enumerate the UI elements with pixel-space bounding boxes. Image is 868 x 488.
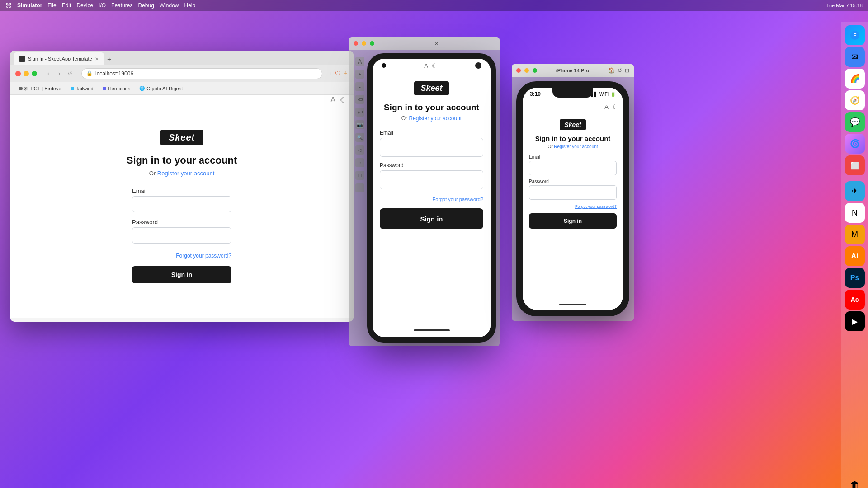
iphone-home-bar: [523, 299, 623, 310]
android-top-icons: A ☾: [424, 62, 437, 69]
dock-notion[interactable]: N: [845, 203, 865, 223]
dark-mode-icon[interactable]: ☾: [340, 96, 346, 104]
sim-tag-2[interactable]: 🏷: [355, 108, 364, 117]
download-icon[interactable]: ↓: [330, 70, 332, 77]
dock-photos[interactable]: 🌈: [845, 69, 865, 89]
menubar-window[interactable]: Window: [160, 2, 179, 9]
iphone-sub-prefix: Or: [547, 144, 552, 149]
shield-icon[interactable]: 🛡: [335, 70, 340, 77]
back-button[interactable]: ‹: [44, 70, 52, 78]
dock-cursor[interactable]: ▶: [845, 311, 865, 331]
android-device: A ☾ Skeet Sign in to your account Or Reg…: [367, 53, 496, 343]
iphone-sim-max[interactable]: [533, 68, 537, 73]
menubar-io[interactable]: I/O: [99, 2, 106, 9]
dock-trash[interactable]: 🗑: [845, 475, 865, 488]
menubar-debug[interactable]: Debug: [138, 2, 154, 9]
sim-camera-icon[interactable]: 📷: [355, 120, 364, 129]
sim-close[interactable]: [354, 41, 358, 46]
sim-min[interactable]: [362, 41, 366, 46]
sim-control-1[interactable]: A: [355, 57, 364, 66]
android-signin-sub: Or Register your account: [401, 115, 462, 122]
iphone-signin-button[interactable]: Sign in: [529, 213, 617, 229]
iphone-register-link[interactable]: Register your account: [554, 144, 598, 149]
warning-icon[interactable]: ⚠: [343, 70, 348, 77]
android-register-link[interactable]: Register your account: [409, 115, 462, 122]
sim-back-icon[interactable]: ◁: [355, 145, 364, 155]
iphone-more-btn[interactable]: ⊡: [625, 67, 629, 74]
browser-tab-active[interactable]: Sign In - Skeet App Template ✕: [14, 52, 104, 65]
bookmark-crypto[interactable]: 🌐 Crypto AI-Digest: [136, 85, 186, 92]
iphone-home-btn[interactable]: 🏠: [608, 67, 615, 74]
dock-finder[interactable]: F: [845, 25, 865, 45]
dock-acrobat[interactable]: Ac: [845, 290, 865, 310]
dock-arc[interactable]: 🌀: [845, 134, 865, 154]
iphone-password-input[interactable]: [529, 185, 617, 200]
svg-text:F: F: [853, 33, 856, 39]
menubar-edit[interactable]: Edit: [62, 2, 71, 9]
new-tab-button[interactable]: +: [104, 54, 115, 65]
menubar-file[interactable]: File: [47, 2, 56, 9]
signin-button[interactable]: Sign in: [132, 266, 231, 283]
dock-app1[interactable]: ⬜: [845, 155, 865, 175]
sim-zoom-icon[interactable]: 🔍: [355, 133, 364, 142]
forgot-password-link[interactable]: Forgot your password?: [132, 253, 231, 259]
menubar-features[interactable]: Features: [111, 2, 132, 9]
maximize-button[interactable]: [32, 71, 37, 76]
dock-notion2[interactable]: M: [845, 225, 865, 244]
password-input[interactable]: [132, 227, 231, 244]
password-label: Password: [132, 219, 231, 225]
sim-max[interactable]: [370, 41, 374, 46]
android-skeet-logo: Skeet: [414, 81, 448, 95]
android-darkmode-icon[interactable]: ☾: [432, 62, 437, 69]
sim-more-icon[interactable]: ⋯: [355, 183, 364, 192]
refresh-button[interactable]: ↺: [66, 70, 74, 78]
menubar-simulator[interactable]: Simulator: [17, 2, 42, 9]
iphone-sim-close[interactable]: [516, 68, 521, 73]
android-signin-button[interactable]: Sign in: [380, 208, 483, 229]
bookmark-tailwind[interactable]: Tailwind: [67, 85, 97, 92]
android-forgot-link[interactable]: Forgot your password?: [380, 197, 483, 202]
translate-icon[interactable]: A: [330, 96, 335, 104]
url-text: localhost:19006: [95, 70, 133, 77]
android-email-input[interactable]: [380, 138, 483, 157]
dock-illustrator[interactable]: Ai: [845, 246, 865, 266]
android-sim-body: A + - 🏷 🏷 📷 🔍 ◁ ○ □ ⋯ A: [349, 50, 500, 346]
android-signin-title: Sign in to your account: [384, 103, 479, 113]
iphone-rotate-btn[interactable]: ↺: [618, 67, 622, 74]
sim-tag-icon[interactable]: 🏷: [355, 95, 364, 104]
sim-square-icon[interactable]: □: [355, 171, 364, 180]
register-link[interactable]: Register your account: [157, 170, 214, 177]
dock-divider-2: [847, 334, 863, 334]
bookmark-heroicons[interactable]: Heroicons: [99, 85, 134, 92]
forward-button[interactable]: ›: [55, 70, 63, 78]
dock-safari[interactable]: 🧭: [845, 90, 865, 110]
dock-telegram[interactable]: ✈: [845, 181, 865, 201]
sim-volume-down[interactable]: -: [355, 82, 364, 91]
dock-photoshop[interactable]: Ps: [845, 268, 865, 288]
minimize-button[interactable]: [24, 71, 29, 76]
close-button[interactable]: [15, 71, 21, 76]
dock-messages[interactable]: 💬: [845, 112, 865, 132]
bookmark-epct[interactable]: $EPCT | Birdeye: [15, 85, 65, 92]
menubar-device[interactable]: Device: [76, 2, 93, 9]
iphone-email-input[interactable]: [529, 161, 617, 175]
menubar-help[interactable]: Help: [184, 2, 196, 9]
email-input[interactable]: [132, 196, 231, 212]
tab-close-button[interactable]: ✕: [95, 56, 99, 61]
iphone-forgot-link[interactable]: Forgot your password?: [529, 204, 617, 209]
browser-addressbar[interactable]: 🔒 localhost:19006: [81, 68, 322, 79]
sim-volume-up[interactable]: +: [355, 70, 364, 79]
iphone-sim-min[interactable]: [524, 68, 529, 73]
apple-menu[interactable]: ⌘: [5, 2, 12, 9]
iphone-darkmode-icon[interactable]: ☾: [612, 103, 618, 110]
android-translate-icon[interactable]: A: [424, 62, 428, 69]
sim-home-icon[interactable]: ○: [355, 158, 364, 167]
iphone-signin-sub: Or Register your account: [547, 144, 598, 149]
browser-content-actions: A ☾: [330, 96, 346, 104]
android-notch: A ☾: [373, 59, 491, 72]
dock-mail[interactable]: ✉: [845, 47, 865, 67]
iphone-email-label: Email: [529, 155, 617, 160]
iphone-translate-icon[interactable]: A: [604, 103, 609, 110]
iphone-screen: 3:10 ▌▌▌ WiFi 🔋 A ☾: [523, 88, 623, 310]
android-password-input[interactable]: [380, 170, 483, 189]
